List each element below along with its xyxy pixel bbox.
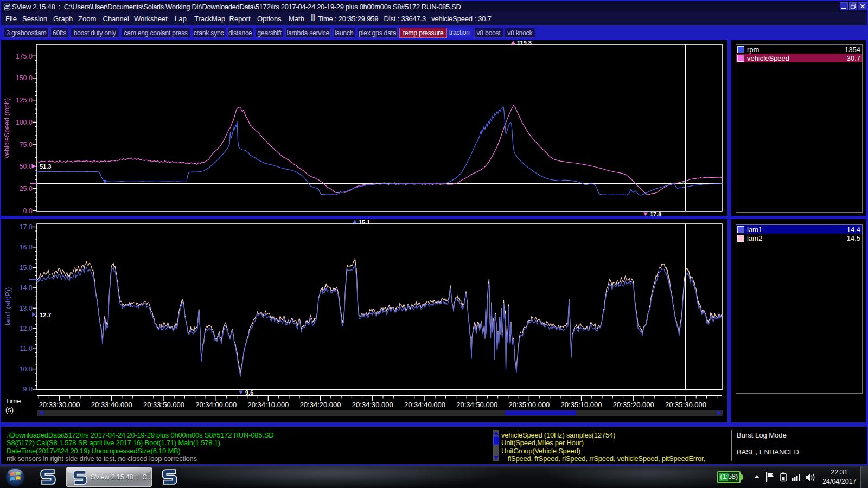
svg-text:20:34:20.000: 20:34:20.000 bbox=[300, 401, 341, 409]
svg-text:15.1: 15.1 bbox=[359, 219, 370, 226]
svg-text:20:34:40.000: 20:34:40.000 bbox=[404, 401, 445, 409]
svg-text:119.3: 119.3 bbox=[517, 40, 532, 46]
svg-text:20:34:30.000: 20:34:30.000 bbox=[352, 401, 393, 409]
svg-text:20:35:30.000: 20:35:30.000 bbox=[665, 401, 706, 409]
svg-text:20:34:00.000: 20:34:00.000 bbox=[195, 401, 237, 409]
svg-text:20:33:40.000: 20:33:40.000 bbox=[91, 401, 132, 409]
svg-text:20:34:10.000: 20:34:10.000 bbox=[247, 401, 289, 409]
svg-text:20:35:10.000: 20:35:10.000 bbox=[561, 401, 602, 409]
svg-text:17.8: 17.8 bbox=[650, 211, 661, 216]
svg-text:20:34:50.000: 20:34:50.000 bbox=[456, 401, 497, 409]
svg-text:51.3: 51.3 bbox=[40, 163, 51, 170]
svg-text:9.6: 9.6 bbox=[245, 389, 253, 396]
svg-text:20:35:00.000: 20:35:00.000 bbox=[508, 401, 550, 409]
svg-text:20:33:30.000: 20:33:30.000 bbox=[39, 401, 80, 409]
svg-text:12.7: 12.7 bbox=[40, 312, 51, 318]
svg-text:20:35:20.000: 20:35:20.000 bbox=[613, 401, 654, 409]
svg-text:20:33:50.000: 20:33:50.000 bbox=[143, 401, 184, 409]
